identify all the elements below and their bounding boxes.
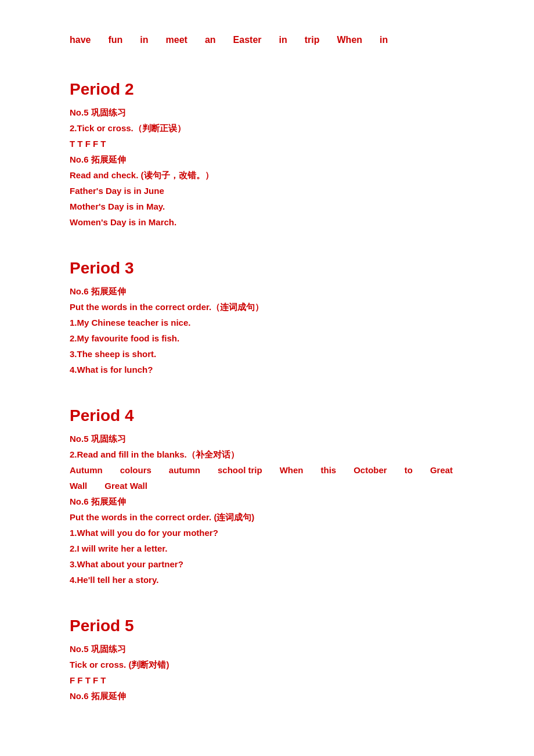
p4-word-when: When: [280, 462, 304, 478]
p4-word-autumn: Autumn: [70, 462, 103, 478]
word-an: an: [205, 35, 216, 45]
word-trip: trip: [305, 35, 320, 45]
period2-line2: T T F F T: [70, 136, 464, 152]
period4-word-row: Autumn colours autumn school trip When t…: [70, 462, 464, 478]
period5-line2: F F T F T: [70, 672, 464, 688]
period4-title: Period 4: [70, 406, 464, 425]
period2-line0: No.5 巩固练习: [70, 105, 464, 120]
p4-word-great-wall: Great Wall: [104, 478, 147, 494]
word-easter: Easter: [233, 35, 262, 45]
period5-line1: Tick or cross. (判断对错): [70, 657, 464, 672]
period4-after0: No.6 拓展延伸: [70, 494, 464, 509]
period3-line5: 4.What is for lunch?: [70, 362, 464, 377]
period5-title: Period 5: [70, 617, 464, 635]
period4-after4: 3.What about your partner?: [70, 556, 464, 572]
p4-word-colours: colours: [120, 462, 151, 478]
p4-word-autumn2: autumn: [169, 462, 200, 478]
period4-section: Period 4 No.5 巩固练习 2.Read and fill in th…: [70, 406, 464, 588]
period2-line1: 2.Tick or cross.（判断正误）: [70, 120, 464, 136]
period3-line2: 1.My Chinese teacher is nice.: [70, 315, 464, 330]
p4-word-this: this: [321, 462, 337, 478]
period4-after5: 4.He'll tell her a story.: [70, 572, 464, 588]
word-when: When: [337, 35, 363, 45]
p4-word-school-trip: school trip: [218, 462, 262, 478]
word-in2: in: [279, 35, 287, 45]
period3-line4: 3.The sheep is short.: [70, 346, 464, 362]
period2-line7: Women's Day is in March.: [70, 214, 464, 230]
word-in3: in: [380, 35, 388, 45]
period5-section: Period 5 No.5 巩固练习 Tick or cross. (判断对错)…: [70, 617, 464, 704]
period2-line5: Father's Day is in June: [70, 183, 464, 199]
period4-word-row2: Wall Great Wall: [70, 478, 464, 494]
p4-word-wall: Wall: [70, 478, 87, 494]
word-meet: meet: [166, 35, 187, 45]
period2-line4: Read and check. (读句子，改错。）: [70, 167, 464, 183]
period4-line-before1: 2.Read and fill in the blanks.（补全对话）: [70, 447, 464, 462]
word-in1: in: [140, 35, 148, 45]
period4-after3: 2.I will write her a letter.: [70, 541, 464, 556]
period2-section: Period 2 No.5 巩固练习 2.Tick or cross.（判断正误…: [70, 80, 464, 230]
word-fun: fun: [108, 35, 122, 45]
period5-line3: No.6 拓展延伸: [70, 688, 464, 704]
p4-word-to: to: [405, 462, 413, 478]
period2-line6: Mother's Day is in May.: [70, 199, 464, 214]
period4-after2: 1.What will you do for your mother?: [70, 525, 464, 541]
period4-after1: Put the words in the correct order. (连词成…: [70, 509, 464, 525]
p4-word-great: Great: [430, 462, 453, 478]
period2-title: Period 2: [70, 80, 464, 99]
period3-line3: 2.My favourite food is fish.: [70, 330, 464, 346]
period3-section: Period 3 No.6 拓展延伸 Put the words in the …: [70, 259, 464, 377]
period4-line-before0: No.5 巩固练习: [70, 431, 464, 447]
period3-line0: No.6 拓展延伸: [70, 283, 464, 299]
word-have: have: [70, 35, 91, 45]
p4-word-october: October: [353, 462, 387, 478]
period3-line1: Put the words in the correct order.（连词成句…: [70, 299, 464, 315]
period3-title: Period 3: [70, 259, 464, 278]
header-word-row: have fun in meet an Easter in trip When …: [70, 35, 464, 45]
period2-line3: No.6 拓展延伸: [70, 152, 464, 167]
period5-line0: No.5 巩固练习: [70, 641, 464, 657]
